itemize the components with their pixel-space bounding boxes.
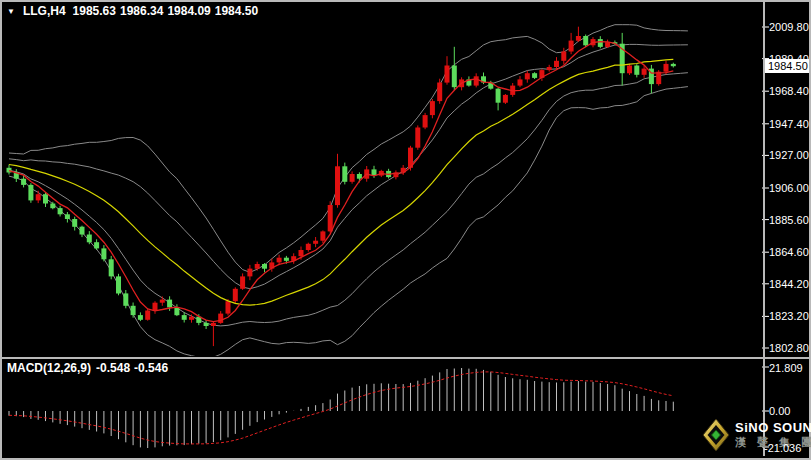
- candle-body: [218, 314, 223, 323]
- ohlc-high-value: 1986.34: [120, 4, 163, 18]
- candle-body: [189, 317, 194, 320]
- candle-body: [204, 323, 209, 326]
- candle-body: [65, 214, 70, 219]
- candle-body: [627, 66, 632, 74]
- candle-body: [415, 128, 420, 148]
- price-tick-label: 1844.20: [769, 278, 809, 290]
- candle-body: [131, 306, 136, 315]
- candle-body: [452, 66, 457, 88]
- fast-ma-line: [9, 42, 673, 322]
- candle-body: [642, 69, 647, 75]
- candle-body: [350, 174, 355, 182]
- candle-body: [335, 166, 340, 205]
- current-price-badge: 1984.50: [765, 59, 809, 73]
- candle-body: [569, 41, 574, 52]
- candle-body: [525, 73, 530, 79]
- candle-body: [496, 89, 501, 103]
- price-tick-label: 1947.40: [769, 118, 809, 130]
- candle-body: [554, 61, 559, 67]
- bb-lower-outer: [9, 87, 688, 359]
- candle-body: [423, 115, 428, 127]
- candle-body: [576, 36, 581, 41]
- candle-body: [72, 219, 77, 227]
- candle-body: [167, 300, 172, 308]
- candle-body: [532, 73, 537, 78]
- ohlc-close-value: 1984.50: [215, 4, 258, 18]
- candle-body: [598, 39, 603, 47]
- candle-body: [372, 169, 377, 175]
- price-tick-label: 1906.00: [769, 182, 809, 194]
- candle-body: [50, 204, 55, 209]
- candle-body: [306, 244, 311, 250]
- candle-body: [474, 76, 479, 85]
- candle-body: [664, 64, 669, 72]
- price-tick-label: 1968.40: [769, 85, 809, 97]
- price-tick-label: 1823.20: [769, 310, 809, 322]
- candle-body: [36, 194, 41, 200]
- macd-indicator-label: MACD(12,26,9): [7, 361, 91, 375]
- candle-body: [583, 36, 588, 45]
- candle-body: [247, 269, 252, 277]
- candle-body: [226, 301, 231, 313]
- macd-main-value: -0.548: [96, 361, 130, 375]
- brand-name: SiNO SOUND: [735, 421, 811, 434]
- candle-body: [123, 293, 128, 305]
- main-chart-layer: [7, 25, 688, 358]
- trading-chart-window: ▼ LLG,H4 1985.63 1986.34 1984.09 1984.50…: [0, 0, 811, 460]
- candle-body: [145, 311, 150, 320]
- candle-body: [116, 276, 121, 293]
- candle-body: [240, 276, 245, 288]
- triangle-down-icon[interactable]: ▼: [7, 7, 15, 16]
- macd-header: MACD(12,26,9) -0.548 -0.546: [7, 361, 168, 375]
- macd-signal-line: [9, 372, 673, 444]
- ohlc-open-value: 1985.63: [73, 4, 116, 18]
- candle-body: [58, 208, 63, 214]
- price-tick-label: 1927.00: [769, 149, 809, 161]
- candle-body: [430, 101, 435, 115]
- candle-body: [80, 227, 85, 235]
- candle-body: [153, 303, 158, 311]
- macd-signal-value: -0.546: [134, 361, 168, 375]
- candle-body: [233, 289, 238, 301]
- panel-resize-separator[interactable]: [2, 357, 809, 359]
- candle-body: [28, 185, 33, 201]
- price-tick-label: 2009.80: [769, 21, 809, 33]
- candle-body: [160, 300, 165, 303]
- candle-body: [634, 66, 639, 75]
- candle-body: [561, 52, 566, 61]
- candle-body: [211, 323, 216, 326]
- candle-body: [94, 242, 99, 248]
- candle-body: [313, 241, 318, 244]
- macd-scale-max-label: 21.809: [769, 362, 803, 374]
- candle-body: [43, 194, 48, 203]
- candle-body: [21, 179, 26, 185]
- candle-body: [445, 66, 450, 83]
- macd-scale-min-label: -21.036: [764, 442, 801, 454]
- candle-body: [138, 315, 143, 320]
- candle-body: [357, 174, 362, 179]
- candle-body: [182, 315, 187, 320]
- candle-body: [299, 250, 304, 256]
- candle-body: [284, 258, 289, 261]
- candle-body: [342, 166, 347, 182]
- macd-scale-zero-label: 0.00: [769, 405, 790, 417]
- chart-canvas[interactable]: [0, 0, 811, 460]
- symbol-timeframe: LLG,H4: [23, 4, 66, 18]
- candle-body: [518, 79, 523, 85]
- candle-body: [255, 264, 260, 269]
- diamond-logo-icon: [701, 417, 731, 453]
- candle-body: [262, 264, 267, 269]
- candle-body: [503, 95, 508, 103]
- ohlc-low-value: 1984.09: [167, 4, 210, 18]
- candle-body: [547, 67, 552, 70]
- price-tick-label: 1864.60: [769, 246, 809, 258]
- candle-body: [328, 205, 333, 231]
- candle-body: [437, 83, 442, 102]
- candle-body: [87, 235, 92, 243]
- macd-layer: [9, 368, 673, 448]
- candle-body: [671, 64, 676, 66]
- bb-upper-outer: [9, 25, 688, 273]
- price-tick-label: 1885.60: [769, 214, 809, 226]
- candle-body: [174, 307, 179, 315]
- candle-body: [277, 258, 282, 263]
